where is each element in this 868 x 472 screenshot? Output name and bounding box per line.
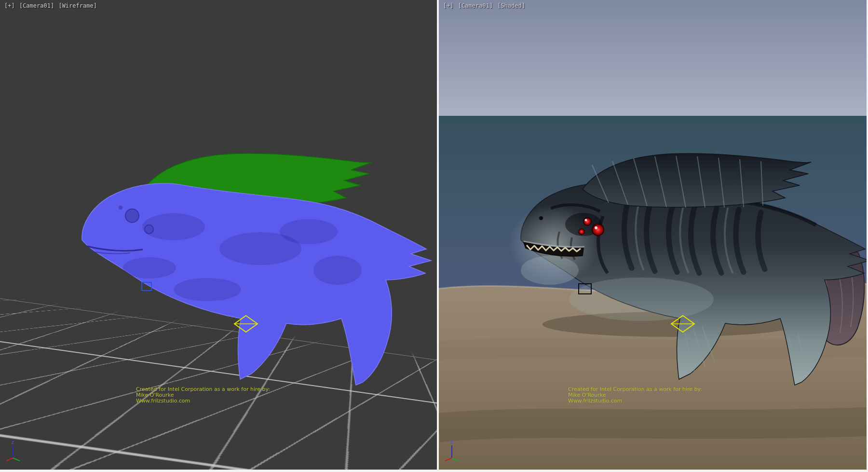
z-axis-label: z: [450, 439, 453, 445]
watermark: Created for Intel Corporation as a work …: [568, 387, 702, 404]
viewport-camera-menu[interactable]: [Camera01]: [458, 2, 493, 9]
viewport-shading-menu[interactable]: [Shaded]: [497, 2, 525, 9]
viewport-label-left: [+] [Camera01] [Wireframe]: [4, 2, 98, 9]
watermark: Created for Intel Corporation as a work …: [136, 387, 270, 404]
viewport-shaded[interactable]: [+] [Camera01] [Shaded] Created for Inte…: [439, 0, 867, 470]
x-axis-icon: [6, 458, 13, 461]
dual-viewport-stage: [+] [Camera01] [Wireframe] Created for I…: [0, 0, 868, 472]
jaw-highlight: [521, 256, 579, 285]
x-axis-icon: [445, 458, 452, 461]
watermark-line3: Www.frilzstudio.com: [136, 398, 270, 404]
world-axis-tripod: z: [5, 439, 24, 465]
viewport-pov-menu[interactable]: [+]: [443, 2, 454, 9]
viewport-wireframe[interactable]: [+] [Camera01] [Wireframe] Created for I…: [0, 0, 437, 470]
viewport-label-right: [+] [Camera01] [Shaded]: [443, 2, 526, 9]
fish-body-shaded[interactable]: [509, 183, 867, 385]
fish-body-wire[interactable]: [82, 183, 431, 385]
y-axis-icon: [452, 458, 459, 461]
viewport-shading-menu[interactable]: [Wireframe]: [58, 2, 96, 9]
fish-dorsal-fin-shaded[interactable]: [583, 153, 811, 208]
viewport-camera-menu[interactable]: [Camera01]: [19, 2, 54, 9]
watermark-line3: Www.frilzstudio.com: [568, 398, 702, 404]
viewport-pov-menu[interactable]: [+]: [4, 2, 15, 9]
world-axis-tripod: z: [444, 439, 463, 465]
y-axis-icon: [13, 458, 20, 461]
z-axis-label: z: [11, 439, 14, 445]
